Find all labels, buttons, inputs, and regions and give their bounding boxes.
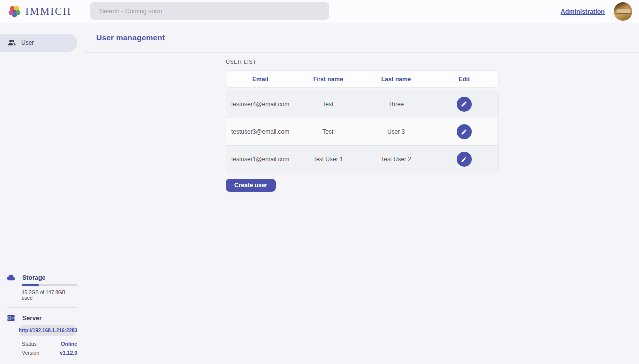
admin-sidebar: User Storage 45.2GB of 147.8GB used bbox=[0, 23, 77, 364]
cell-email: testuser4@email.com bbox=[226, 101, 294, 108]
version-label: Version bbox=[22, 350, 39, 356]
edit-user-button[interactable] bbox=[457, 97, 472, 112]
immich-flower-icon bbox=[8, 5, 21, 18]
version-value: v1.12.0 bbox=[60, 350, 77, 356]
section-label: USER LIST bbox=[226, 59, 499, 65]
storage-usage-text: 45.2GB of 147.8GB used bbox=[22, 290, 77, 301]
cell-email: testuser3@email.com bbox=[226, 128, 294, 135]
storage-progress-fill bbox=[22, 284, 39, 286]
server-status-row: Status Online bbox=[22, 341, 77, 347]
create-user-button[interactable]: Create user bbox=[226, 179, 276, 192]
edit-user-button[interactable] bbox=[457, 152, 472, 167]
cloud-icon bbox=[7, 273, 15, 282]
pencil-icon bbox=[461, 129, 467, 135]
immich-logo: IMMICH bbox=[8, 5, 72, 18]
column-header-first-name: First name bbox=[294, 76, 362, 83]
server-title: Server bbox=[22, 315, 42, 322]
server-version-row: Version v1.12.0 bbox=[22, 350, 77, 356]
status-label: Status bbox=[22, 341, 37, 347]
main-area: User management USER LIST Email First na… bbox=[77, 23, 639, 364]
cell-first-name: Test bbox=[294, 128, 362, 135]
user-table: testuser4@email.com Test Three testuser3… bbox=[226, 90, 499, 173]
status-value: Online bbox=[61, 341, 77, 347]
server-icon bbox=[7, 314, 15, 322]
storage-section-header: Storage bbox=[0, 273, 77, 282]
page-title: User management bbox=[96, 33, 165, 42]
logo-text: IMMICH bbox=[25, 5, 72, 18]
user-avatar[interactable] bbox=[614, 2, 632, 21]
sidebar-divider bbox=[7, 307, 77, 308]
table-row: testuser4@email.com Test Three bbox=[226, 90, 498, 118]
pencil-icon bbox=[461, 156, 467, 163]
storage-progress-bar bbox=[22, 284, 77, 286]
page-header: User management bbox=[85, 23, 639, 53]
app-header: IMMICH Administration bbox=[0, 0, 639, 23]
sidebar-footer: Storage 45.2GB of 147.8GB used Server ht… bbox=[0, 273, 77, 364]
administration-link[interactable]: Administration bbox=[561, 8, 605, 15]
server-url-chip: http://192.168.1.216:2283 bbox=[20, 325, 76, 336]
server-section-header: Server bbox=[0, 314, 77, 322]
user-list-section: USER LIST Email First name Last name Edi… bbox=[226, 59, 499, 192]
cell-last-name: User 3 bbox=[362, 128, 430, 135]
storage-title: Storage bbox=[22, 274, 46, 281]
cell-first-name: Test User 1 bbox=[294, 156, 362, 163]
search-input[interactable] bbox=[90, 2, 329, 20]
table-header: Email First name Last name Edit bbox=[226, 70, 499, 88]
sidebar-item-label: User bbox=[21, 39, 34, 46]
cell-last-name: Test User 2 bbox=[362, 156, 430, 163]
cell-email: testuser1@email.com bbox=[226, 156, 294, 163]
cell-first-name: Test bbox=[294, 101, 362, 108]
cell-last-name: Three bbox=[362, 101, 430, 108]
pencil-icon bbox=[461, 101, 467, 107]
column-header-email: Email bbox=[226, 76, 294, 83]
sidebar-item-user[interactable]: User bbox=[0, 34, 77, 52]
table-row: testuser3@email.com Test User 3 bbox=[226, 118, 498, 145]
edit-user-button[interactable] bbox=[457, 124, 472, 139]
column-header-edit: Edit bbox=[430, 76, 498, 83]
table-row: testuser1@email.com Test User 1 Test Use… bbox=[226, 145, 498, 173]
column-header-last-name: Last name bbox=[362, 76, 430, 83]
users-icon bbox=[7, 38, 16, 47]
search-bar bbox=[90, 2, 329, 20]
